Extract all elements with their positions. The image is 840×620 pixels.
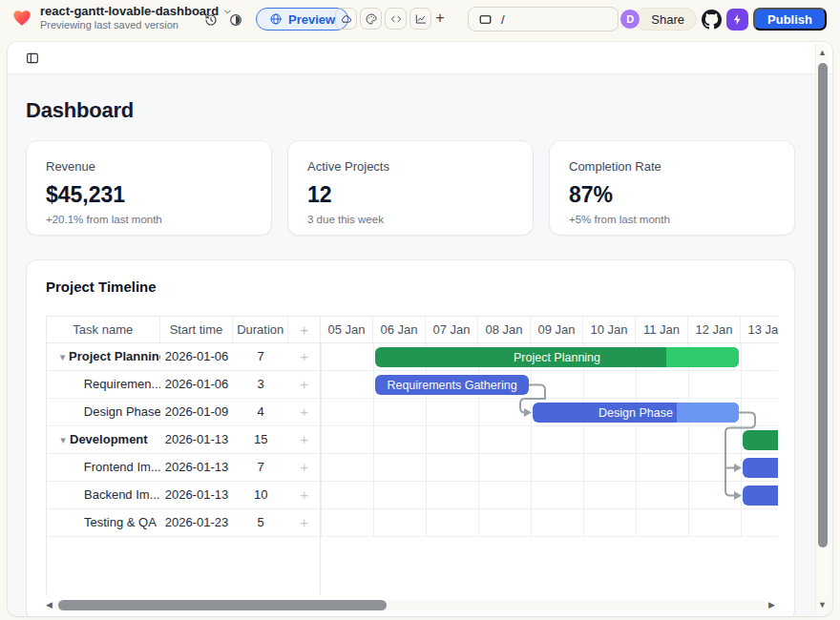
task-start-date: 2026-01-09 (160, 399, 234, 425)
share-button[interactable]: Share (634, 8, 697, 31)
task-row[interactable]: Frontend Im...2026-01-137+ (47, 454, 320, 482)
date-column-header: 11 Jan (636, 317, 688, 342)
date-column-header: 05 Jan (321, 317, 373, 342)
add-column-button[interactable]: + (288, 317, 320, 342)
stat-card-active-projects: Active Projects 12 3 due this week (287, 140, 534, 236)
gantt-bar-label: Design Phase (598, 406, 673, 420)
stat-value: 12 (307, 182, 514, 208)
task-name: Backend Im... (84, 482, 159, 508)
add-subtask-button[interactable]: + (288, 482, 320, 508)
scroll-down-arrow-icon[interactable]: ▼ (816, 600, 829, 610)
add-subtask-button[interactable]: + (288, 371, 320, 398)
scroll-right-arrow-icon[interactable]: ▶ (766, 598, 775, 612)
add-subtask-button[interactable]: + (288, 454, 320, 481)
task-name: Frontend Im... (84, 454, 160, 481)
gantt-bar[interactable] (743, 458, 778, 478)
add-subtask-button[interactable]: + (288, 343, 320, 370)
task-row[interactable]: ▾Project Planning2026-01-067+ (47, 343, 320, 371)
task-row[interactable]: Design Phase2026-01-094+ (47, 399, 320, 426)
task-row[interactable]: Backend Im...2026-01-1310+ (47, 482, 320, 509)
theme-toggle-button[interactable] (228, 12, 243, 28)
horizontal-scroll-track[interactable] (54, 600, 766, 610)
gantt-task-table: Task nameStart timeDuration+ ▾Project Pl… (47, 317, 321, 594)
history-button[interactable] (203, 12, 219, 28)
collapse-caret-icon[interactable]: ▾ (56, 426, 70, 453)
gantt-date-header: 05 Jan06 Jan07 Jan08 Jan09 Jan10 Jan11 J… (321, 317, 778, 343)
vertical-scroll-thumb[interactable] (818, 63, 828, 548)
gantt-bar-remaining (677, 403, 739, 423)
url-bar[interactable]: / (468, 7, 619, 31)
date-column-header: 08 Jan (478, 317, 531, 342)
stat-card-revenue: Revenue $45,231 +20.1% from last month (26, 140, 272, 236)
task-row[interactable]: Testing & QA2026-01-235+ (47, 509, 320, 537)
cloud-button[interactable] (335, 8, 357, 30)
add-subtask-button[interactable]: + (288, 426, 320, 453)
task-start-date: 2026-01-13 (160, 426, 234, 453)
vertical-scrollbar[interactable]: ▲ ▼ (815, 44, 829, 613)
task-start-date: 2026-01-13 (160, 482, 234, 508)
date-column-header: 09 Jan (531, 317, 583, 342)
gantt-bar[interactable]: Requirements Gathering (375, 375, 529, 395)
page-title: Dashboard (26, 98, 134, 123)
gantt-bar-label: Requirements Gathering (387, 379, 516, 392)
date-column-header: 12 Jan (688, 317, 741, 342)
gantt-bar[interactable]: Project Planning (375, 347, 739, 367)
task-row[interactable]: ▾Development2026-01-1315+ (47, 426, 320, 454)
code-icon (389, 12, 403, 26)
publish-button[interactable]: Publish (753, 8, 827, 31)
collapse-caret-icon (56, 509, 70, 536)
date-column-header: 10 Jan (583, 317, 636, 342)
stat-note: +5% from last month (569, 214, 775, 225)
code-button[interactable] (385, 8, 407, 30)
task-name: Development (70, 426, 148, 453)
gantt-chart: Task nameStart timeDuration+ ▾Project Pl… (46, 316, 778, 594)
bolt-button[interactable] (726, 9, 748, 31)
project-title[interactable]: react-gantt-lovable-dashboard (40, 5, 219, 19)
timeline-title: Project Timeline (46, 279, 157, 295)
start-time-column-header: Start time (160, 317, 234, 342)
gantt-bar[interactable]: Design Phase (533, 403, 739, 423)
add-subtask-button[interactable]: + (288, 509, 320, 536)
collapse-caret-icon (56, 454, 70, 481)
scroll-left-arrow-icon[interactable]: ◀ (46, 598, 54, 612)
globe-icon (269, 12, 283, 26)
stat-label: Active Projects (307, 159, 514, 174)
horizontal-scrollbar[interactable]: ◀ ▶ (27, 598, 794, 612)
new-tab-button[interactable]: + (430, 8, 451, 30)
add-subtask-button[interactable]: + (288, 399, 320, 425)
stat-value: $45,231 (46, 182, 252, 208)
project-menu[interactable]: react-gantt-lovable-dashboard Previewing… (11, 5, 233, 31)
gantt-bar[interactable] (743, 430, 778, 450)
github-button[interactable] (702, 10, 722, 30)
sidebar-toggle-button[interactable] (25, 51, 40, 66)
duration-column-header: Duration (233, 317, 288, 342)
task-start-date: 2026-01-23 (160, 509, 234, 536)
gantt-bar[interactable] (743, 486, 778, 506)
scroll-up-arrow-icon[interactable]: ▲ (816, 48, 829, 57)
stat-cards: Revenue $45,231 +20.1% from last month A… (26, 140, 795, 236)
collapse-caret-icon[interactable]: ▾ (56, 343, 69, 370)
sidebar-panel-icon (25, 51, 40, 66)
palette-button[interactable] (360, 8, 382, 30)
task-start-date: 2026-01-13 (160, 454, 234, 481)
task-name: Design Phase (84, 399, 160, 425)
gantt-bar-label: Project Planning (514, 351, 600, 364)
topbar: react-gantt-lovable-dashboard Previewing… (0, 0, 840, 42)
task-name-column-header: Task name (47, 317, 160, 342)
github-icon (702, 10, 722, 30)
date-column-header: 06 Jan (373, 317, 426, 342)
task-name: Project Planning (69, 343, 160, 370)
dashboard-content: Dashboard Revenue $45,231 +20.1% from la… (8, 74, 832, 616)
analytics-button[interactable] (410, 8, 431, 30)
stat-label: Revenue (46, 159, 252, 174)
task-row[interactable]: Requiremen...2026-01-063+ (47, 371, 320, 399)
task-duration: 15 (233, 426, 288, 453)
task-name: Requiremen... (84, 371, 160, 398)
date-column-header: 07 Jan (426, 317, 478, 342)
task-duration: 10 (233, 482, 288, 508)
app-toolbar (8, 42, 832, 74)
stat-value: 87% (569, 182, 775, 208)
horizontal-scroll-thumb[interactable] (58, 600, 387, 610)
task-duration: 5 (233, 509, 288, 536)
contrast-icon (228, 12, 243, 28)
